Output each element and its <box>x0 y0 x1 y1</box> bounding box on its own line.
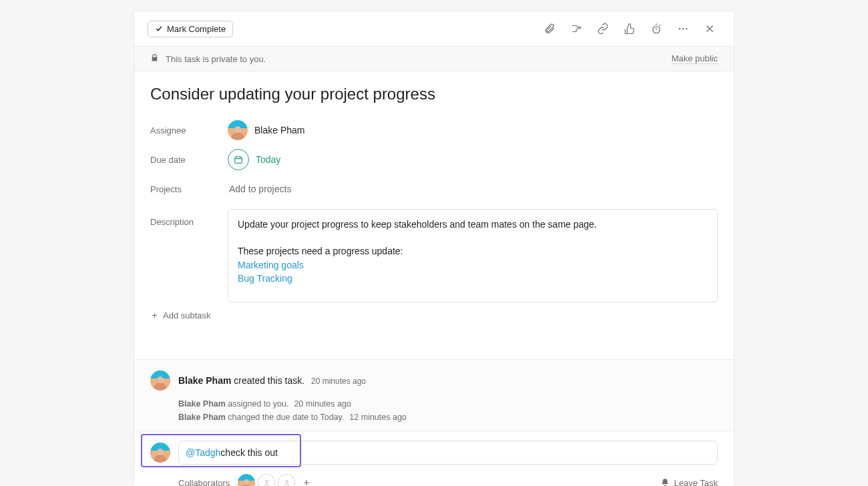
svg-point-3 <box>682 28 684 29</box>
assignee-label: Assignee <box>150 126 228 136</box>
footer-bar: Collaborators Leave Task <box>134 465 734 486</box>
assignee-name[interactable]: Blake Pham <box>254 125 304 136</box>
description-row: Description Update your project progress… <box>150 209 718 302</box>
activity-item: Blake Pham assigned to you.20 minutes ag… <box>178 397 718 411</box>
mark-complete-label: Mark Complete <box>167 24 226 34</box>
close-button[interactable] <box>699 18 720 39</box>
person-icon <box>282 479 291 487</box>
collaborator-placeholder[interactable] <box>278 474 295 486</box>
more-icon <box>677 23 689 35</box>
add-to-projects-button[interactable]: Add to projects <box>228 184 291 194</box>
activity-avatar[interactable] <box>150 371 170 391</box>
description-link-1[interactable]: Marketing goals <box>238 258 708 272</box>
plus-icon <box>150 311 159 320</box>
make-public-link[interactable]: Make public <box>672 53 718 64</box>
description-link-2[interactable]: Bug Tracking <box>238 272 708 285</box>
activity-item: Blake Pham changed the due date to Today… <box>178 411 718 424</box>
thumbs-up-icon <box>624 23 636 35</box>
due-date-text: Today <box>256 154 280 165</box>
link-icon <box>597 23 609 35</box>
person-icon <box>262 479 271 487</box>
lock-icon <box>150 53 159 64</box>
svg-point-0 <box>579 27 581 29</box>
svg-point-7 <box>285 480 288 483</box>
timer-button[interactable] <box>646 18 667 39</box>
description-box[interactable]: Update your project progress to keep sta… <box>228 209 718 302</box>
activity-action: created this task. <box>231 375 304 386</box>
leave-task-label: Leave Task <box>674 478 718 487</box>
comment-area: @Tadgh check this out <box>134 431 734 465</box>
add-subtask-label: Add subtask <box>163 310 211 320</box>
task-title[interactable]: Consider updating your project progress <box>150 85 718 103</box>
svg-point-6 <box>265 480 268 483</box>
bell-icon <box>660 478 670 486</box>
due-date-row: Due date Today <box>150 145 718 174</box>
task-detail-panel: Mark Complete This task is private to yo <box>134 11 734 486</box>
activity-item-ts: 12 minutes ago <box>349 413 406 422</box>
calendar-icon <box>228 149 249 170</box>
due-date-value[interactable]: Today <box>228 149 280 170</box>
svg-rect-5 <box>235 157 242 163</box>
subtasks-icon <box>570 23 582 35</box>
leave-task-button[interactable]: Leave Task <box>660 478 718 487</box>
assignee-row: Assignee Blake Pham <box>150 115 718 145</box>
copy-link-button[interactable] <box>592 18 614 39</box>
activity-heading-ts: 20 minutes ago <box>311 377 366 386</box>
add-subtask-button[interactable]: Add subtask <box>150 310 211 320</box>
privacy-message: This task is private to you. <box>166 54 266 64</box>
more-actions-button[interactable] <box>672 18 694 39</box>
like-button[interactable] <box>619 18 640 39</box>
activity-feed: Blake Pham created this task. 20 minutes… <box>134 359 734 431</box>
collaborator-avatar[interactable] <box>238 474 255 486</box>
toolbar: Mark Complete <box>134 11 734 47</box>
description-line-2: These projects need a progress update: <box>238 244 708 258</box>
svg-point-4 <box>686 28 687 29</box>
projects-row: Projects Add to projects <box>150 174 718 204</box>
activity-item-actor: Blake Pham <box>178 413 226 422</box>
paperclip-icon <box>544 23 556 35</box>
close-icon <box>704 23 716 35</box>
task-content: Consider updating your project progress … <box>134 71 734 327</box>
subtasks-button[interactable] <box>566 18 587 39</box>
svg-point-2 <box>679 28 680 29</box>
activity-item-actor: Blake Pham <box>178 399 226 409</box>
stopwatch-icon <box>650 23 662 35</box>
activity-item-text: assigned to you. <box>226 399 289 409</box>
description-line-1: Update your project progress to keep sta… <box>238 218 708 231</box>
comment-mention: @Tadgh <box>186 447 220 458</box>
due-date-label: Due date <box>150 155 228 165</box>
activity-item-ts: 20 minutes ago <box>294 399 351 409</box>
collaborators-avatars <box>238 474 315 486</box>
activity-sub-list: Blake Pham assigned to you.20 minutes ag… <box>178 397 718 424</box>
comment-avatar[interactable] <box>150 443 170 463</box>
assignee-avatar[interactable] <box>228 120 248 140</box>
activity-actor: Blake Pham <box>178 375 231 386</box>
comment-input[interactable]: @Tadgh check this out <box>178 441 718 465</box>
activity-item-text: changed the due date to Today. <box>226 413 344 422</box>
activity-heading: Blake Pham created this task. 20 minutes… <box>150 371 718 391</box>
check-icon <box>155 25 163 33</box>
comment-text: check this out <box>220 447 278 458</box>
add-collaborator-button[interactable] <box>298 474 315 486</box>
privacy-bar: This task is private to you. Make public <box>134 47 734 71</box>
projects-label: Projects <box>150 184 228 194</box>
description-label: Description <box>150 209 228 227</box>
attachment-button[interactable] <box>539 18 560 39</box>
plus-icon <box>302 478 311 486</box>
collaborators-label: Collaborators <box>178 478 230 487</box>
mark-complete-button[interactable]: Mark Complete <box>148 21 233 37</box>
collaborator-placeholder[interactable] <box>258 474 275 486</box>
